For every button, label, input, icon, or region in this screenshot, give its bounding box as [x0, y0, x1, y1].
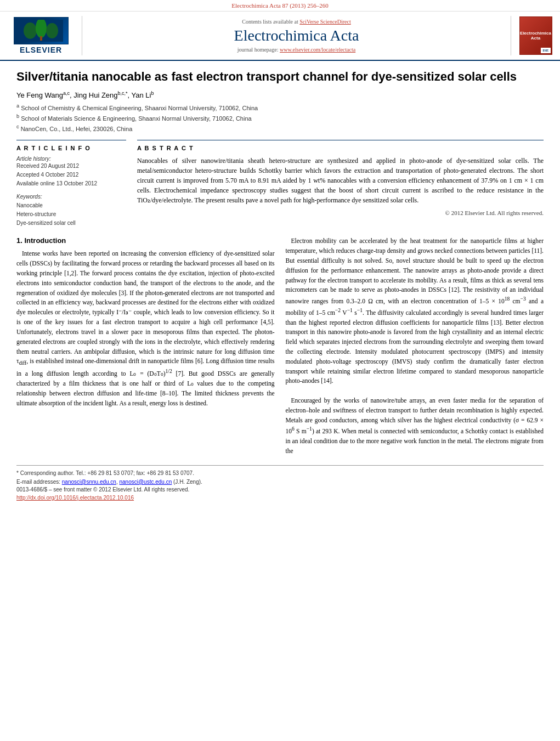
right-paragraph-1: Electron mobility can be accelerated by … — [286, 236, 544, 386]
sciverse-link[interactable]: SciVerse ScienceDirect — [299, 19, 351, 25]
svg-point-3 — [46, 23, 58, 38]
elsevier-tree-logo — [14, 17, 69, 44]
journal-title: Electrochimica Acta — [234, 27, 359, 44]
authors-line: Ye Feng Wanga,c, Jing Hui Zengb,c,*, Yan… — [16, 90, 544, 99]
sciverse-prefix: Contents lists available at — [242, 19, 298, 25]
homepage-prefix: journal homepage: — [237, 47, 279, 53]
affiliation-c: c NanoCen, Co., Ltd., Hefei, 230026, Chi… — [16, 123, 544, 133]
keyword-2: Hetero-structure — [16, 210, 126, 219]
abstract-section: A B S T R A C T Nanocables of silver nan… — [137, 140, 544, 228]
section-number: 1. — [16, 236, 22, 245]
right-column-text: Electron mobility can be accelerated by … — [286, 236, 544, 456]
keyword-1: Nanocable — [16, 201, 126, 210]
author1-sup: a,c — [63, 90, 70, 96]
ise-badge: ISE — [541, 48, 550, 53]
keywords-label: Keywords: — [16, 194, 126, 200]
corresponding-author-note: * Corresponding author. Tel.: +86 29 81 … — [16, 469, 544, 487]
info-abstract-row: A R T I C L E I N F O Article history: R… — [16, 140, 544, 228]
history-label: Article history: — [16, 156, 126, 162]
author2-name: Jing Hui Zeng — [73, 91, 117, 99]
journal-citation: Electrochimica Acta 87 (2013) 256–260 — [231, 2, 329, 9]
affiliation-a: a School of Chemistry & Chemical Enginee… — [16, 103, 544, 112]
body-right-column: Electron mobility can be accelerated by … — [286, 236, 544, 456]
svg-rect-4 — [40, 36, 42, 41]
elsevier-label: ELSEVIER — [20, 46, 62, 54]
received-date: Received 20 August 2012 Accepted 4 Octob… — [16, 162, 126, 188]
body-content: 1. Introduction Intense works have been … — [16, 236, 544, 456]
electrochimica-logo-box: Electrochimica Acta ISE — [519, 16, 552, 55]
email-label: E-mail addresses: — [16, 479, 60, 485]
copyright-line: © 2012 Elsevier Ltd. All rights reserved… — [137, 210, 544, 216]
affiliation-b: b School of Materials Science & Engineer… — [16, 113, 544, 123]
paper-title: Silver/titania nanocable as fast electro… — [16, 69, 544, 85]
body-left-column: 1. Introduction Intense works have been … — [16, 236, 275, 456]
journal-header: ELSEVIER Contents lists available at Sci… — [0, 12, 560, 61]
sciverse-line: Contents lists available at SciVerse Sci… — [242, 19, 351, 25]
article-info: A R T I C L E I N F O Article history: R… — [16, 140, 126, 228]
article-info-heading: A R T I C L E I N F O — [16, 145, 126, 151]
author3-name: Yan Li — [132, 91, 151, 99]
available-online: Available online 13 October 2012 — [16, 179, 126, 188]
logo-journal-name: Electrochimica Acta — [519, 30, 552, 42]
footer-info: * Corresponding author. Tel.: +86 29 81 … — [16, 465, 544, 501]
introduction-title: 1. Introduction — [16, 236, 275, 245]
journal-info-center: Contents lists available at SciVerse Sci… — [82, 16, 511, 55]
received: Received 20 August 2012 — [16, 162, 126, 171]
doi-link[interactable]: http://dx.doi.org/10.1016/j.electacta.20… — [16, 495, 134, 501]
author2-sup: b,c,* — [118, 90, 128, 96]
email2-link[interactable]: nanosci@ustc.edu.cn — [119, 479, 172, 485]
abstract-heading: A B S T R A C T — [137, 145, 544, 151]
email-suffix: (J.H. Zeng). — [173, 479, 202, 485]
issn-text: 0013-4686/$ – see front matter © 2012 El… — [16, 487, 189, 493]
star-note: * Corresponding author. Tel.: +86 29 81 … — [16, 470, 194, 476]
top-bar: Electrochimica Acta 87 (2013) 256–260 — [0, 0, 560, 12]
article-history: Article history: Received 20 August 2012… — [16, 156, 126, 188]
elsevier-logo-section: ELSEVIER — [5, 16, 82, 55]
doi-line: http://dx.doi.org/10.1016/j.electacta.20… — [16, 495, 544, 501]
journal-logo-right: Electrochimica Acta ISE — [511, 16, 555, 55]
introduction-text: Intense works have been reported on incr… — [16, 249, 275, 408]
elsevier-logo: ELSEVIER — [14, 17, 69, 54]
keywords-section: Keywords: Nanocable Hetero-structure Dye… — [16, 194, 126, 228]
right-paragraph-2: Encouraged by the works of nanowire/tube… — [286, 396, 544, 456]
journal-homepage: journal homepage: www.elsevier.com/locat… — [237, 47, 355, 53]
main-content: Silver/titania nanocable as fast electro… — [0, 61, 560, 512]
section-name: Introduction — [24, 236, 66, 245]
keyword-3: Dye-sensitized solar cell — [16, 219, 126, 228]
email1-link[interactable]: nanosci@snnu.edu.cn — [62, 479, 116, 485]
homepage-url[interactable]: www.elsevier.com/locate/electacta — [280, 47, 355, 53]
abstract-text: Nanocables of silver nanowire/titania sh… — [137, 156, 544, 205]
intro-paragraph-1: Intense works have been reported on incr… — [16, 249, 275, 408]
svg-point-1 — [24, 22, 37, 39]
author1-name: Ye Feng Wang — [16, 91, 63, 99]
issn-line: 0013-4686/$ – see front matter © 2012 El… — [16, 487, 544, 493]
author3-sup: b — [151, 90, 154, 96]
affiliations: a School of Chemistry & Chemical Enginee… — [16, 103, 544, 133]
accepted: Accepted 4 October 2012 — [16, 171, 126, 179]
